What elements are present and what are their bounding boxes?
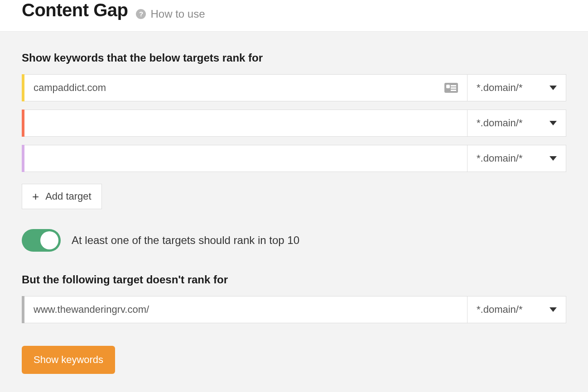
target-input[interactable] — [34, 153, 458, 164]
target-row: *.domain/* — [22, 110, 566, 137]
exclude-section-label: But the following target doesn't rank fo… — [22, 273, 566, 286]
page-title: Content Gap — [22, 0, 128, 20]
toggle-label: At least one of the targets should rank … — [72, 234, 299, 247]
help-icon: ? — [136, 9, 146, 19]
target-mode-select[interactable]: *.domain/* — [468, 145, 566, 172]
target-mode-select[interactable]: *.domain/* — [468, 110, 566, 137]
add-target-button[interactable]: + Add target — [22, 184, 102, 209]
target-input-wrap — [24, 110, 468, 137]
plus-icon: + — [32, 191, 39, 202]
targets-section-label: Show keywords that the below targets ran… — [22, 52, 566, 64]
add-target-label: Add target — [45, 191, 92, 202]
exclude-input[interactable] — [34, 304, 458, 316]
target-input[interactable] — [34, 82, 440, 94]
mode-label: *.domain/* — [477, 117, 523, 129]
target-row: *.domain/* — [22, 74, 566, 101]
id-card-icon — [444, 83, 458, 93]
toggle-knob — [40, 231, 58, 249]
top10-toggle[interactable] — [22, 229, 61, 252]
content-area: Show keywords that the below targets ran… — [0, 32, 588, 392]
target-input-wrap — [24, 74, 468, 101]
target-row: *.domain/* — [22, 145, 566, 172]
exclude-row: *.domain/* — [22, 296, 566, 323]
chevron-down-icon — [549, 121, 557, 125]
help-label: How to use — [150, 8, 205, 20]
target-input[interactable] — [34, 117, 458, 129]
chevron-down-icon — [549, 156, 557, 161]
mode-label: *.domain/* — [477, 153, 523, 164]
mode-label: *.domain/* — [477, 82, 523, 94]
target-input-wrap — [24, 145, 468, 172]
show-keywords-button[interactable]: Show keywords — [22, 346, 115, 374]
how-to-use-link[interactable]: ? How to use — [136, 8, 205, 20]
page-header: Content Gap ? How to use — [0, 0, 588, 32]
top10-toggle-row: At least one of the targets should rank … — [22, 229, 566, 252]
chevron-down-icon — [549, 307, 557, 312]
exclude-mode-select[interactable]: *.domain/* — [468, 296, 566, 323]
exclude-input-wrap — [24, 296, 468, 323]
mode-label: *.domain/* — [477, 304, 523, 316]
chevron-down-icon — [549, 86, 557, 90]
target-mode-select[interactable]: *.domain/* — [468, 74, 566, 101]
